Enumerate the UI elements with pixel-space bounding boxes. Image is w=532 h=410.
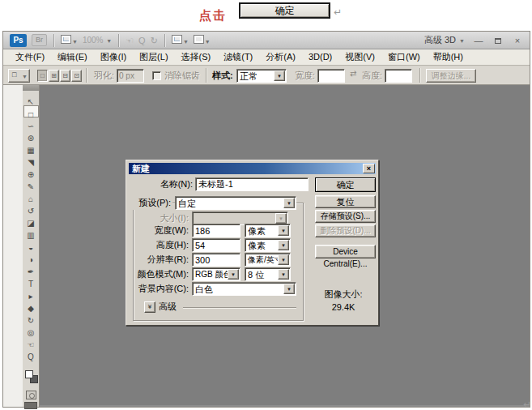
dialog-title-bar[interactable]: 新建 ×	[129, 163, 376, 174]
menu-item[interactable]: 窗口(W)	[381, 49, 427, 65]
menu-item[interactable]: 视图(V)	[338, 49, 381, 65]
background-contents-select[interactable]: 白色 ▼	[192, 282, 296, 296]
3d-rotate-tool[interactable]: ↻	[23, 312, 39, 324]
lasso-tool[interactable]: ∽	[23, 117, 39, 130]
quick-selection-tool[interactable]: ⊛	[23, 130, 39, 142]
chevron-down-icon: ▼	[283, 198, 295, 208]
chevron-down-icon: ▼	[278, 269, 289, 280]
menu-item[interactable]: 文件(F)	[9, 49, 51, 65]
workspace-switcher[interactable]: 高级 3D ▼	[424, 34, 465, 46]
zoom-tool[interactable]: Q	[23, 348, 39, 361]
view-extras-icon	[61, 35, 71, 44]
chevron-down-icon: ▼	[22, 74, 28, 79]
resolution-unit-select[interactable]: 像素/英寸 ▼	[245, 253, 291, 267]
hand-tool-icon[interactable]: ☜	[126, 34, 134, 47]
page: 点击 确定 ↵ Ps Br ▼ 100% ▼ ☜ Q ↻ ▼ ▼	[0, 0, 532, 410]
reset-button[interactable]: 复位	[315, 195, 376, 208]
width-unit-select[interactable]: 像素 ▼	[245, 224, 291, 237]
pen-tool[interactable]: ✒	[23, 263, 39, 275]
intersect-selection-mode-button[interactable]: ⊡	[71, 70, 82, 82]
background-contents-label: 背景内容(C):	[126, 282, 189, 296]
color-depth-select[interactable]: 8 位 ▼	[245, 267, 291, 281]
add-to-selection-mode-button[interactable]: ⊞	[49, 70, 59, 82]
history-brush-tool[interactable]: ↺	[23, 203, 39, 215]
menu-item[interactable]: 图层(L)	[133, 49, 174, 65]
height-input[interactable]	[385, 69, 412, 83]
eraser-tool[interactable]: ◪	[23, 215, 39, 227]
screen-mode-icon	[194, 35, 204, 44]
paragraph-return-mark: ↵	[523, 399, 531, 410]
menu-item[interactable]: 图像(I)	[94, 49, 133, 65]
screen-mode-button[interactable]: ▼	[194, 35, 211, 45]
gradient-tool[interactable]: ▥	[23, 227, 39, 239]
width-unit-value: 像素	[248, 225, 266, 237]
resolution-input[interactable]	[192, 253, 240, 267]
type-tool[interactable]: T	[23, 275, 39, 288]
screen-mode-toggle[interactable]	[24, 402, 37, 409]
healing-brush-tool[interactable]: ⊕	[23, 166, 39, 178]
chevron-down-icon: ▼	[278, 240, 289, 250]
close-button[interactable]: ×	[512, 35, 523, 46]
tool-preset-picker[interactable]: □ ▼	[8, 69, 30, 83]
arrange-documents-icon	[172, 35, 182, 44]
width-input[interactable]	[192, 224, 240, 237]
3d-orbit-tool[interactable]: ◎	[23, 324, 39, 336]
crop-tool[interactable]: ▦	[23, 142, 39, 154]
menu-item[interactable]: 帮助(H)	[427, 49, 470, 65]
toolbox-grip[interactable]	[23, 85, 39, 91]
zoom-level-select[interactable]: 100% ▼	[83, 36, 112, 45]
feather-input[interactable]	[117, 69, 144, 83]
rectangular-marquee-tool[interactable]: □	[23, 105, 39, 117]
blur-tool[interactable]: ◒	[23, 239, 39, 251]
preset-select[interactable]: 自定 ▼	[175, 196, 296, 210]
path-selection-tool[interactable]: ▸	[23, 288, 39, 300]
color-depth-value: 8 位	[248, 269, 264, 280]
quick-mask-button[interactable]	[26, 391, 36, 399]
options-divider	[206, 68, 206, 83]
view-extras-button[interactable]: ▼	[61, 35, 78, 45]
style-select[interactable]: 正常 ▼	[236, 69, 287, 83]
height-unit-select[interactable]: 像素 ▼	[245, 238, 291, 252]
application-bar: Ps Br ▼ 100% ▼ ☜ Q ↻ ▼ ▼ 高级 3D ▼ —	[3, 32, 530, 49]
move-tool[interactable]: ↖	[23, 93, 39, 105]
arrange-documents-button[interactable]: ▼	[172, 35, 189, 45]
ok-button[interactable]: 确定	[315, 177, 376, 192]
name-input[interactable]	[195, 177, 309, 191]
device-central-button[interactable]: Device Central(E)...	[315, 245, 376, 258]
menu-item[interactable]: 分析(A)	[259, 49, 302, 65]
height-input[interactable]	[192, 238, 240, 252]
clone-stamp-tool[interactable]: ⌂	[23, 190, 39, 203]
menu-item[interactable]: 滤镜(T)	[217, 49, 259, 65]
eyedropper-tool[interactable]: ◥	[23, 154, 39, 166]
bridge-icon[interactable]: Br	[32, 34, 47, 46]
minimize-button[interactable]: —	[473, 35, 484, 46]
menu-item[interactable]: 编辑(E)	[51, 49, 94, 65]
menu-item[interactable]: 3D(D)	[302, 49, 338, 65]
new-selection-mode-button[interactable]: □	[37, 70, 48, 82]
width-input[interactable]	[317, 69, 345, 83]
height-label: 高度(H):	[130, 238, 189, 252]
restore-button[interactable]	[492, 35, 504, 46]
save-preset-button[interactable]: 存储预设(S)...	[315, 210, 376, 223]
refine-edge-button[interactable]: 调整边缘...	[426, 69, 476, 83]
swap-dimensions-icon[interactable]: ⇄	[350, 69, 356, 78]
dialog-title: 新建	[132, 164, 150, 173]
new-document-dialog: 新建 × 名称(N): 预设(P): 自定 ▼ 大小(I): ▼ 宽度(W): …	[126, 160, 379, 326]
zoom-tool-icon[interactable]: Q	[138, 34, 146, 47]
menu-item[interactable]: 选择(S)	[175, 49, 218, 65]
hand-tool[interactable]: ☜	[23, 336, 39, 348]
brush-tool[interactable]: ✎	[23, 178, 39, 190]
antialias-checkbox[interactable]	[152, 71, 161, 80]
color-swatches[interactable]	[25, 370, 38, 383]
dodge-tool[interactable]: ◑	[23, 251, 39, 263]
marquee-tool-icon: □	[12, 70, 16, 79]
rotate-view-icon[interactable]: ↻	[151, 34, 158, 47]
advanced-toggle-button[interactable]: ¥	[144, 301, 155, 313]
subtract-from-selection-mode-button[interactable]: ⊟	[60, 70, 70, 82]
color-mode-select[interactable]: RGB 颜色 ▼	[192, 267, 240, 281]
foreground-color-swatch[interactable]	[25, 370, 33, 378]
advanced-divider	[183, 307, 296, 308]
dialog-close-button[interactable]: ×	[363, 164, 375, 173]
chevron-down-icon: ▼	[205, 39, 211, 45]
shape-tool[interactable]: ◆	[23, 300, 39, 312]
